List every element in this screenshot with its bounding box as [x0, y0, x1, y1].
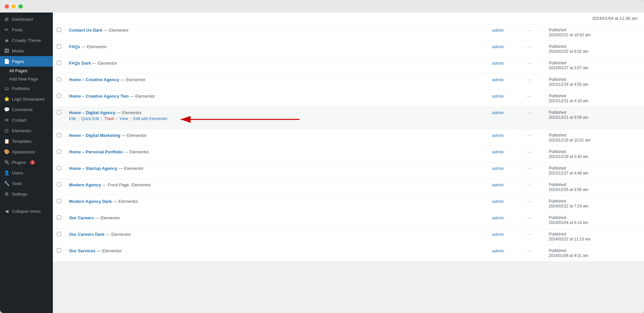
sidebar-item-label: Appearance [12, 149, 35, 154]
author-link[interactable]: admin [492, 44, 504, 49]
sidebar-item-users[interactable]: 👤 Users [0, 168, 53, 178]
sidebar-item-logo-showcases[interactable]: ⭐ Logo Showcases [0, 94, 53, 104]
author-link[interactable]: admin [492, 110, 504, 115]
sidebar-item-comments[interactable]: 💬 Comments [0, 104, 53, 115]
page-title-link[interactable]: Contact Us Dark [69, 28, 102, 33]
row-checkbox[interactable] [57, 77, 61, 81]
checkbox-cell [53, 41, 65, 57]
author-link[interactable]: admin [492, 232, 504, 237]
page-title-cell: FAQs Dark — Elementor [65, 57, 488, 74]
page-title-link[interactable]: Home – Creative Agency Two [69, 94, 129, 99]
row-checkbox[interactable] [57, 199, 61, 203]
sidebar-item-crowdy-theme[interactable]: ◈ Crowdy Theme [0, 35, 53, 46]
status-label: Published [549, 28, 640, 32]
author-link[interactable]: admin [492, 199, 504, 204]
row-checkbox[interactable] [57, 28, 61, 32]
sidebar-item-label: Elementor [12, 128, 31, 133]
row-checkbox[interactable] [57, 166, 61, 170]
page-title-cell: Home – Personal Portfolio — Elementor [65, 146, 488, 163]
status-label: Published [549, 61, 640, 65]
status-date: 2024/02/27 at 3:57 am [549, 66, 588, 70]
sidebar-item-pages[interactable]: 📄 Pages [0, 56, 53, 67]
maximize-button[interactable] [18, 4, 23, 9]
edit-link[interactable]: Edit [69, 116, 76, 121]
sidebar-item-label: Dashboard [12, 17, 33, 22]
page-title-link[interactable]: Our Services [69, 248, 95, 253]
author-link[interactable]: admin [492, 133, 504, 138]
author-link[interactable]: admin [492, 149, 504, 154]
author-cell: admin [488, 179, 523, 196]
sidebar-item-settings[interactable]: ⚙ Settings [0, 189, 53, 199]
page-title-link[interactable]: FAQs Dark [69, 61, 91, 66]
author-link[interactable]: admin [492, 61, 504, 66]
table-row: Our Services — Elementor admin — Publish… [53, 245, 644, 262]
elementor-icon: ⊡ [4, 128, 9, 133]
author-link[interactable]: admin [492, 28, 504, 33]
sidebar-item-appearance[interactable]: 🎨 Appearance [0, 146, 53, 157]
sidebar-item-media[interactable]: 🖼 Media [0, 46, 53, 56]
dashboard-icon: ⊞ [4, 16, 9, 22]
separator: | [101, 116, 103, 121]
table-row: Home – Startup Agency — Elementor admin … [53, 163, 644, 179]
status-date: 2023/12/31 at 4:10 am [549, 99, 588, 103]
row-checkbox[interactable] [57, 149, 61, 154]
page-title-link[interactable]: Modern Agency Dark [69, 199, 112, 204]
row-checkbox[interactable] [57, 232, 61, 236]
sidebar-item-tools[interactable]: 🔧 Tools [0, 178, 53, 189]
author-link[interactable]: admin [492, 215, 504, 220]
sidebar-item-label: Contact [12, 118, 27, 123]
row-checkbox[interactable] [57, 94, 61, 98]
sidebar-item-posts[interactable]: ✏ Posts [0, 24, 53, 35]
page-title-link[interactable]: Home – Creative Agency [69, 77, 119, 82]
author-link[interactable]: admin [492, 166, 504, 171]
page-title-cell: Modern Agency — Front Page, Elementor [65, 179, 488, 196]
trash-link[interactable]: Trash [104, 116, 114, 121]
sidebar-item-dashboard[interactable]: ⊞ Dashboard [0, 14, 53, 24]
status-label: Published [549, 149, 640, 154]
view-link[interactable]: View [120, 116, 128, 121]
page-title-link[interactable]: Modern Agency [69, 182, 101, 187]
page-title-link[interactable]: Our Careers [69, 215, 94, 220]
author-link[interactable]: admin [492, 94, 504, 99]
close-button[interactable] [5, 4, 9, 9]
row-checkbox[interactable] [57, 133, 61, 137]
sidebar-item-elementor[interactable]: ⊡ Elementor [0, 125, 53, 136]
row-checkbox[interactable] [57, 248, 61, 253]
dash-cell: — [523, 130, 545, 146]
sidebar-item-collapse[interactable]: ◀ Collapse menu [0, 206, 53, 216]
author-link[interactable]: admin [492, 77, 504, 82]
row-checkbox[interactable] [57, 110, 61, 114]
row-checkbox[interactable] [57, 44, 61, 48]
checkbox-cell [53, 57, 65, 74]
checkbox-cell [53, 107, 65, 130]
minimize-button[interactable] [12, 4, 16, 9]
checkbox-cell [53, 90, 65, 107]
author-link[interactable]: admin [492, 182, 504, 187]
page-title-link[interactable]: Home – Startup Agency [69, 166, 117, 171]
page-title-link[interactable]: Home – Digital Marketing [69, 133, 120, 138]
sidebar-item-templates[interactable]: 📋 Templates [0, 136, 53, 146]
edit-with-elementor-link[interactable]: Edit with Elementor [133, 116, 167, 121]
table-row: Our Careers — Elementor admin — Publishe… [53, 212, 644, 229]
sidebar-item-plugins[interactable]: 🔌 Plugins 1 [0, 157, 53, 168]
sidebar-subitem-all-pages[interactable]: All Pages [0, 67, 53, 75]
quick-edit-link[interactable]: Quick Edit [81, 116, 99, 121]
status-label: Published [549, 182, 640, 187]
page-title-link[interactable]: FAQs [69, 44, 80, 49]
page-title-cell: Home – Creative Agency — Elementor [65, 74, 488, 90]
dash-cell: — [523, 212, 545, 229]
page-title-link[interactable]: Home – Personal Portfolio [69, 149, 123, 154]
author-link[interactable]: admin [492, 248, 504, 253]
page-title-cell: Home – Creative Agency Two — Elementor [65, 90, 488, 107]
page-title-link[interactable]: Our Careers Dark [69, 232, 105, 237]
row-checkbox[interactable] [57, 215, 61, 220]
logo-showcases-icon: ⭐ [4, 96, 9, 102]
page-title-cell: Home – Digital Agency — Elementor Edit |… [65, 107, 488, 130]
page-title-link[interactable]: Home – Digital Agency [69, 110, 115, 115]
sidebar-item-contact[interactable]: ✉ Contact [0, 115, 53, 125]
sidebar-item-label: Portfolios [12, 86, 30, 91]
sidebar-subitem-add-new-page[interactable]: Add New Page [0, 75, 53, 83]
sidebar-item-portfolios[interactable]: 🗂 Portfolios [0, 83, 53, 94]
row-checkbox[interactable] [57, 182, 61, 187]
row-checkbox[interactable] [57, 61, 61, 65]
